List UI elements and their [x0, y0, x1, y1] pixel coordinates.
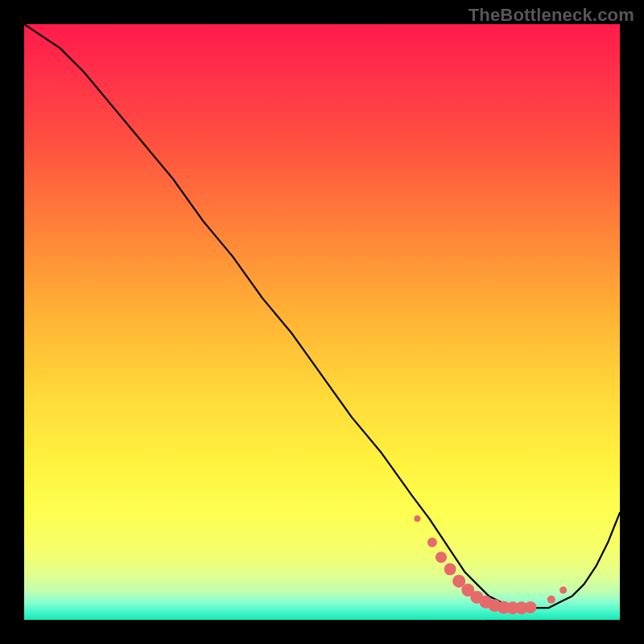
curve-marker — [414, 515, 420, 522]
curve-marker — [547, 596, 555, 604]
curve-marker — [444, 564, 456, 576]
chart-plot-area — [24, 24, 620, 620]
attribution-label: TheBottleneck.com — [469, 5, 634, 26]
curve-marker — [436, 551, 447, 563]
curve-marker — [427, 538, 437, 547]
bottleneck-curve — [24, 24, 620, 608]
chart-svg — [24, 24, 620, 620]
curve-marker — [559, 587, 567, 594]
curve-marker — [525, 601, 537, 613]
